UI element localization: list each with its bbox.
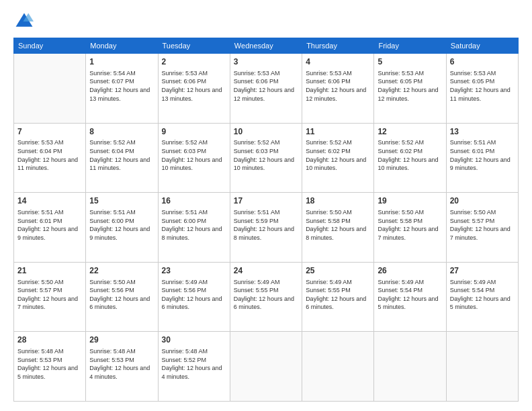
calendar-week-1: 1Sunrise: 5:54 AMSunset: 6:07 PMDaylight… bbox=[14, 54, 519, 124]
calendar-header-row: SundayMondayTuesdayWednesdayThursdayFrid… bbox=[14, 38, 519, 54]
calendar-header-tuesday: Tuesday bbox=[158, 38, 230, 54]
sunrise-text: Sunrise: 5:53 AM bbox=[17, 138, 82, 147]
calendar-cell: 6Sunrise: 5:53 AMSunset: 6:05 PMDaylight… bbox=[446, 54, 518, 124]
day-number: 2 bbox=[162, 56, 226, 68]
sunrise-text: Sunrise: 5:51 AM bbox=[162, 208, 226, 217]
day-number: 30 bbox=[162, 334, 226, 346]
daylight-text: Daylight: 12 hours and 5 minutes. bbox=[378, 295, 442, 312]
daylight-text: Daylight: 12 hours and 10 minutes. bbox=[378, 156, 442, 173]
calendar-cell: 15Sunrise: 5:51 AMSunset: 6:00 PMDayligh… bbox=[86, 193, 158, 263]
calendar-cell: 5Sunrise: 5:53 AMSunset: 6:05 PMDaylight… bbox=[374, 54, 446, 124]
sunset-text: Sunset: 5:56 PM bbox=[162, 286, 226, 295]
day-number: 25 bbox=[306, 265, 370, 277]
calendar-table: SundayMondayTuesdayWednesdayThursdayFrid… bbox=[13, 38, 519, 402]
calendar-cell: 14Sunrise: 5:51 AMSunset: 6:01 PMDayligh… bbox=[14, 193, 86, 263]
daylight-text: Daylight: 12 hours and 7 minutes. bbox=[17, 295, 82, 312]
calendar-cell bbox=[374, 332, 446, 402]
sunset-text: Sunset: 5:59 PM bbox=[234, 217, 298, 226]
sunset-text: Sunset: 5:58 PM bbox=[306, 217, 370, 226]
daylight-text: Daylight: 12 hours and 11 minutes. bbox=[89, 156, 154, 173]
day-number: 17 bbox=[234, 195, 298, 207]
sunset-text: Sunset: 6:01 PM bbox=[17, 217, 82, 226]
sunrise-text: Sunrise: 5:52 AM bbox=[89, 138, 154, 147]
sunset-text: Sunset: 6:02 PM bbox=[378, 147, 442, 156]
calendar-cell: 27Sunrise: 5:49 AMSunset: 5:54 PMDayligh… bbox=[446, 262, 518, 332]
sunrise-text: Sunrise: 5:49 AM bbox=[306, 278, 370, 287]
day-number: 16 bbox=[162, 195, 226, 207]
sunset-text: Sunset: 6:04 PM bbox=[89, 147, 154, 156]
sunrise-text: Sunrise: 5:50 AM bbox=[17, 278, 82, 287]
calendar-cell: 19Sunrise: 5:50 AMSunset: 5:58 PMDayligh… bbox=[374, 193, 446, 263]
daylight-text: Daylight: 12 hours and 6 minutes. bbox=[306, 295, 370, 312]
sunset-text: Sunset: 5:54 PM bbox=[450, 286, 515, 295]
day-number: 18 bbox=[306, 195, 370, 207]
day-number: 5 bbox=[378, 56, 442, 68]
daylight-text: Daylight: 12 hours and 9 minutes. bbox=[450, 156, 515, 173]
calendar-header-friday: Friday bbox=[374, 38, 446, 54]
calendar-cell: 12Sunrise: 5:52 AMSunset: 6:02 PMDayligh… bbox=[374, 123, 446, 193]
calendar-header-thursday: Thursday bbox=[302, 38, 374, 54]
calendar-week-3: 14Sunrise: 5:51 AMSunset: 6:01 PMDayligh… bbox=[14, 193, 519, 263]
calendar-header-wednesday: Wednesday bbox=[230, 38, 302, 54]
sunset-text: Sunset: 6:01 PM bbox=[450, 147, 515, 156]
daylight-text: Daylight: 12 hours and 8 minutes. bbox=[162, 225, 226, 242]
sunrise-text: Sunrise: 5:53 AM bbox=[162, 69, 226, 78]
calendar-cell: 16Sunrise: 5:51 AMSunset: 6:00 PMDayligh… bbox=[158, 193, 230, 263]
sunset-text: Sunset: 6:05 PM bbox=[450, 77, 515, 86]
daylight-text: Daylight: 12 hours and 12 minutes. bbox=[306, 86, 370, 103]
page: SundayMondayTuesdayWednesdayThursdayFrid… bbox=[0, 0, 532, 411]
calendar-header-monday: Monday bbox=[86, 38, 158, 54]
sunset-text: Sunset: 5:57 PM bbox=[17, 286, 82, 295]
day-number: 4 bbox=[306, 56, 370, 68]
logo bbox=[13, 12, 34, 31]
calendar-cell: 2Sunrise: 5:53 AMSunset: 6:06 PMDaylight… bbox=[158, 54, 230, 124]
sunrise-text: Sunrise: 5:49 AM bbox=[450, 278, 515, 287]
daylight-text: Daylight: 12 hours and 6 minutes. bbox=[234, 295, 298, 312]
sunrise-text: Sunrise: 5:51 AM bbox=[450, 138, 515, 147]
calendar-cell: 29Sunrise: 5:48 AMSunset: 5:53 PMDayligh… bbox=[86, 332, 158, 402]
day-number: 14 bbox=[17, 195, 82, 207]
sunrise-text: Sunrise: 5:50 AM bbox=[306, 208, 370, 217]
daylight-text: Daylight: 12 hours and 12 minutes. bbox=[234, 86, 298, 103]
day-number: 15 bbox=[89, 195, 154, 207]
day-number: 6 bbox=[450, 56, 515, 68]
day-number: 12 bbox=[378, 126, 442, 138]
sunrise-text: Sunrise: 5:53 AM bbox=[234, 69, 298, 78]
sunrise-text: Sunrise: 5:48 AM bbox=[17, 347, 82, 356]
calendar-week-5: 28Sunrise: 5:48 AMSunset: 5:53 PMDayligh… bbox=[14, 332, 519, 402]
daylight-text: Daylight: 12 hours and 10 minutes. bbox=[234, 156, 298, 173]
sunset-text: Sunset: 6:00 PM bbox=[162, 217, 226, 226]
sunset-text: Sunset: 6:07 PM bbox=[89, 77, 154, 86]
daylight-text: Daylight: 12 hours and 7 minutes. bbox=[450, 225, 515, 242]
daylight-text: Daylight: 12 hours and 13 minutes. bbox=[162, 86, 226, 103]
day-number: 24 bbox=[234, 265, 298, 277]
sunset-text: Sunset: 5:56 PM bbox=[89, 286, 154, 295]
sunrise-text: Sunrise: 5:50 AM bbox=[89, 278, 154, 287]
sunrise-text: Sunrise: 5:52 AM bbox=[378, 138, 442, 147]
day-number: 8 bbox=[89, 126, 154, 138]
sunset-text: Sunset: 6:00 PM bbox=[89, 217, 154, 226]
calendar-header-sunday: Sunday bbox=[14, 38, 86, 54]
sunrise-text: Sunrise: 5:49 AM bbox=[162, 278, 226, 287]
sunrise-text: Sunrise: 5:50 AM bbox=[450, 208, 515, 217]
sunset-text: Sunset: 5:52 PM bbox=[162, 356, 226, 365]
daylight-text: Daylight: 12 hours and 10 minutes. bbox=[162, 156, 226, 173]
sunset-text: Sunset: 6:05 PM bbox=[378, 77, 442, 86]
day-number: 9 bbox=[162, 126, 226, 138]
sunrise-text: Sunrise: 5:53 AM bbox=[306, 69, 370, 78]
daylight-text: Daylight: 12 hours and 11 minutes. bbox=[450, 86, 515, 103]
calendar-cell: 13Sunrise: 5:51 AMSunset: 6:01 PMDayligh… bbox=[446, 123, 518, 193]
day-number: 1 bbox=[89, 56, 154, 68]
calendar-cell: 30Sunrise: 5:48 AMSunset: 5:52 PMDayligh… bbox=[158, 332, 230, 402]
calendar-cell: 21Sunrise: 5:50 AMSunset: 5:57 PMDayligh… bbox=[14, 262, 86, 332]
sunset-text: Sunset: 6:03 PM bbox=[162, 147, 226, 156]
daylight-text: Daylight: 12 hours and 9 minutes. bbox=[17, 225, 82, 242]
sunset-text: Sunset: 6:02 PM bbox=[306, 147, 370, 156]
sunrise-text: Sunrise: 5:48 AM bbox=[162, 347, 226, 356]
sunrise-text: Sunrise: 5:52 AM bbox=[234, 138, 298, 147]
day-number: 27 bbox=[450, 265, 515, 277]
sunrise-text: Sunrise: 5:52 AM bbox=[306, 138, 370, 147]
day-number: 22 bbox=[89, 265, 154, 277]
day-number: 11 bbox=[306, 126, 370, 138]
calendar-cell: 1Sunrise: 5:54 AMSunset: 6:07 PMDaylight… bbox=[86, 54, 158, 124]
